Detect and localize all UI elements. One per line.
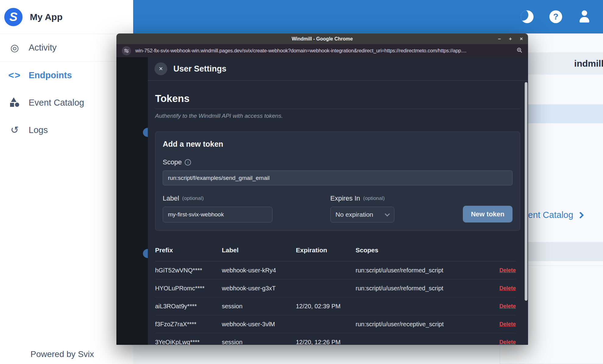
expires-in-label: Expires In (optional): [330, 194, 394, 202]
powered-by-svix: Powered by Svix: [30, 349, 94, 359]
new-token-button[interactable]: New token: [463, 206, 513, 222]
window-title: Windmill - Google Chrome: [292, 36, 353, 42]
label-input[interactable]: [163, 207, 272, 222]
table-row: hGiT52wVNQ**** webhook-user-kRy4 run:scr…: [155, 261, 516, 279]
event-catalog-link-label: ent Catalog: [528, 210, 573, 220]
col-prefix: Prefix: [155, 247, 222, 254]
app-title: My App: [30, 12, 62, 22]
help-icon[interactable]: ?: [549, 10, 562, 23]
environment-selector[interactable]: indmill: [517, 52, 603, 75]
drawer-title: User Settings: [173, 64, 226, 74]
minimize-button[interactable]: –: [497, 36, 502, 42]
url-input[interactable]: win-752-fix-svix-webhook-win.windmill.pa…: [135, 48, 513, 54]
page-content: × User Settings Tokens Authentify to the…: [116, 57, 528, 345]
table-row: 3YeOiKpLwq**** session 12/20, 12:26 PM D…: [155, 333, 516, 345]
chevron-down-icon: [385, 211, 390, 216]
user-settings-drawer: × User Settings Tokens Authentify to the…: [148, 57, 528, 345]
event-catalog-link[interactable]: ent Catalog: [528, 210, 583, 220]
info-icon[interactable]: i: [185, 159, 191, 166]
user-account-icon[interactable]: [578, 10, 591, 24]
delete-token-button[interactable]: Delete: [499, 339, 516, 345]
close-window-button[interactable]: ×: [519, 36, 524, 42]
window-titlebar[interactable]: Windmill - Google Chrome – + ×: [116, 33, 528, 44]
col-label: Label: [222, 247, 296, 254]
tokens-section-title: Tokens: [155, 93, 520, 109]
sidebar-item-activity[interactable]: ◎ Activity: [0, 34, 133, 61]
site-settings-icon[interactable]: [122, 46, 131, 55]
close-drawer-button[interactable]: ×: [154, 62, 167, 75]
environment-name: indmill: [574, 58, 603, 69]
sidebar-header: S My App: [0, 0, 133, 34]
delete-token-button[interactable]: Delete: [499, 285, 516, 292]
event-catalog-icon: [9, 97, 21, 108]
hidden-button-peek: [143, 128, 148, 137]
table-row: aiL3ROat9y**** session 12/20, 02:39 PM D…: [155, 297, 516, 315]
col-scopes: Scopes: [356, 247, 490, 254]
sidebar-item-event-catalog[interactable]: Event Catalog: [0, 89, 133, 116]
delete-token-button[interactable]: Delete: [499, 267, 516, 274]
add-token-card: Add a new token Scope i Label (optional): [155, 131, 520, 231]
hidden-button-peek: [143, 249, 148, 258]
col-expiration: Expiration: [296, 247, 356, 254]
help-glyph: ?: [553, 12, 558, 22]
table-row: f3FzoZ7raX**** webhook-user-3vlM run:scr…: [155, 315, 516, 333]
scope-input[interactable]: [163, 170, 513, 185]
sidebar: S My App ◎ Activity <> Endpoints Event C…: [0, 0, 133, 364]
drawer-scrollbar[interactable]: [525, 82, 527, 301]
chrome-window: Windmill - Google Chrome – + × win-752-f…: [116, 33, 528, 345]
endpoints-icon: <>: [9, 70, 21, 81]
drawer-body: Tokens Authentify to the Windmill API wi…: [148, 81, 528, 345]
svix-logo-icon: S: [4, 8, 23, 26]
logs-icon: ↺: [9, 124, 21, 136]
tokens-table: Prefix Label Expiration Scopes hGiT52wVN…: [155, 247, 516, 345]
sidebar-item-logs[interactable]: ↺ Logs: [0, 116, 133, 144]
scope-label: Scope i: [163, 158, 513, 166]
delete-token-button[interactable]: Delete: [499, 303, 516, 310]
expiration-select[interactable]: No expiration: [330, 207, 394, 222]
dimmed-page-background: [116, 57, 148, 345]
tokens-section-description: Authentify to the Windmill API with acce…: [155, 113, 520, 119]
add-token-title: Add a new token: [163, 140, 513, 149]
dark-mode-moon-icon[interactable]: [521, 10, 534, 23]
table-row: HYOLuPRomc**** webhook-user-g3xT run:scr…: [155, 279, 516, 297]
top-navbar: ?: [133, 0, 603, 33]
label-label: Label (optional): [163, 194, 272, 202]
zoom-search-icon[interactable]: [516, 47, 523, 54]
chevron-right-icon: [577, 212, 584, 219]
table-header: Prefix Label Expiration Scopes: [155, 247, 516, 261]
drawer-header: × User Settings: [148, 57, 528, 81]
maximize-button[interactable]: +: [508, 36, 513, 42]
sidebar-item-endpoints[interactable]: <> Endpoints: [0, 61, 133, 89]
url-bar[interactable]: win-752-fix-svix-webhook-win.windmill.pa…: [116, 44, 528, 57]
delete-token-button[interactable]: Delete: [499, 321, 516, 327]
activity-icon: ◎: [9, 42, 21, 54]
